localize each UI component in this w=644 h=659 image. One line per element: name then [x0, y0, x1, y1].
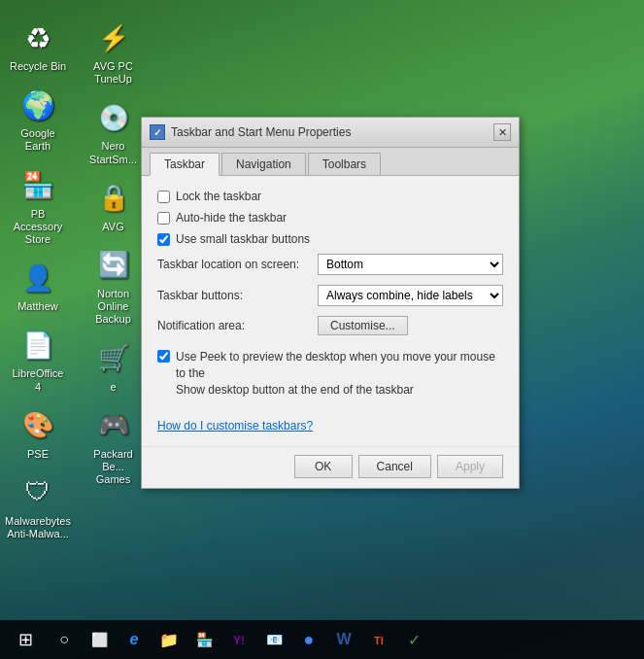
autohide-checkbox[interactable] [157, 212, 170, 225]
nero-label: Nero StartSm... [85, 140, 143, 165]
store-taskbar-button[interactable] [188, 624, 220, 655]
desktop-icon-avg[interactable]: AVG [81, 175, 147, 237]
norton-label: Norton Online Backup [85, 288, 143, 327]
word-button[interactable] [328, 624, 359, 655]
taskview-icon [91, 631, 108, 648]
desktop-icon-matthew[interactable]: Matthew [5, 255, 71, 317]
malware-icon [18, 473, 57, 512]
yahoo-button[interactable] [223, 624, 254, 655]
dialog-title-text: Taskbar and Start Menu Properties [171, 125, 351, 139]
folder-button[interactable] [153, 624, 185, 655]
pb-store-icon [18, 166, 57, 205]
libreoffice-icon [18, 326, 57, 364]
peek-section: Use Peek to preview the desktop when you… [157, 349, 503, 398]
outlook-button[interactable] [258, 624, 289, 655]
taskbar [0, 620, 644, 659]
desktop-icon-google-earth[interactable]: Google Earth [5, 82, 71, 156]
taskbar-properties-dialog: ✓ Taskbar and Start Menu Properties ✕ Ta… [141, 117, 520, 489]
customise-button[interactable]: Customise... [318, 316, 408, 335]
desktop-icon-avg-tuneup[interactable]: AVG PC TuneUp [81, 15, 147, 89]
check-button[interactable] [398, 624, 429, 655]
chrome-button[interactable] [293, 624, 324, 655]
location-select[interactable]: Bottom Top Left Right [318, 254, 503, 275]
dialog-close-button[interactable]: ✕ [493, 123, 511, 141]
yahoo-icon [233, 631, 245, 648]
small-buttons-label: Use small taskbar buttons [176, 232, 310, 246]
store-icon [196, 631, 213, 648]
ebay-label: e [110, 381, 116, 394]
ti-button[interactable] [363, 624, 394, 655]
google-earth-icon [18, 86, 57, 124]
libreoffice-label: LibreOffice 4 [9, 367, 67, 393]
apply-button[interactable]: Apply [437, 455, 503, 478]
small-buttons-checkbox[interactable] [157, 233, 170, 246]
dialog-bottom: How do I customise taskbars? [142, 411, 519, 446]
autohide-row: Auto-hide the taskbar [157, 211, 503, 225]
outlook-icon [266, 631, 283, 648]
windows-icon [18, 629, 33, 650]
start-button[interactable] [6, 624, 45, 655]
lock-taskbar-checkbox[interactable] [157, 191, 170, 203]
desktop-icon-norton[interactable]: Norton Online Backup [81, 242, 147, 330]
pse-label: PSE [27, 448, 49, 461]
dialog-button-row: OK Cancel Apply [142, 446, 519, 488]
desktop-icon-recycle-bin[interactable]: Recycle Bin [5, 15, 71, 77]
desktop-icon-ebay[interactable]: e [81, 335, 147, 398]
peek-text: Use Peek to preview the desktop when you… [176, 349, 503, 398]
help-link[interactable]: How do I customise taskbars? [157, 419, 313, 433]
tab-navigation[interactable]: Navigation [221, 153, 306, 175]
ie-icon [130, 631, 139, 648]
desktop: Recycle Bin Google Earth PB Accessory St… [0, 0, 644, 659]
taskbar-tab-content: Lock the taskbar Auto-hide the taskbar U… [142, 176, 519, 411]
malware-label: Malwarebytes Anti-Malwa... [5, 515, 71, 540]
dialog-title-icon: ✓ [150, 124, 165, 140]
ebay-icon [94, 339, 133, 378]
tab-taskbar[interactable]: Taskbar [150, 153, 220, 176]
cancel-button[interactable]: Cancel [358, 455, 431, 478]
recycle-bin-label: Recycle Bin [10, 60, 66, 73]
folder-icon [159, 631, 179, 649]
pse-icon [18, 406, 57, 445]
search-icon [59, 631, 69, 648]
packard-icon [94, 406, 133, 445]
desktop-icon-pb-store[interactable]: PB Accessory Store [5, 162, 71, 251]
search-button[interactable] [49, 624, 80, 655]
desktop-icon-pse[interactable]: PSE [5, 402, 71, 465]
chrome-icon [304, 630, 315, 650]
notification-row: Notification area: Customise... [157, 316, 503, 335]
check-icon [408, 631, 421, 649]
ie-button[interactable] [119, 624, 150, 655]
avg-label: AVG [102, 221, 123, 233]
avg-icon [94, 179, 133, 218]
word-icon [336, 631, 351, 648]
taskview-button[interactable] [84, 624, 115, 655]
lock-taskbar-row: Lock the taskbar [157, 190, 503, 203]
desktop-icon-libreoffice[interactable]: LibreOffice 4 [5, 322, 71, 397]
dialog-title-content: ✓ Taskbar and Start Menu Properties [150, 124, 351, 140]
avg-tuneup-icon [94, 18, 133, 57]
peek-checkbox[interactable] [157, 350, 170, 363]
ti-icon [374, 631, 384, 648]
desktop-icons: Recycle Bin Google Earth PB Accessory St… [0, 10, 155, 612]
small-buttons-row: Use small taskbar buttons [157, 232, 503, 246]
desktop-icon-packard[interactable]: Packard Be... Games [81, 402, 147, 491]
tab-toolbars[interactable]: Toolbars [308, 153, 381, 175]
buttons-label: Taskbar buttons: [157, 289, 318, 302]
location-row: Taskbar location on screen: Bottom Top L… [157, 254, 503, 275]
matthew-icon [18, 259, 57, 297]
tab-bar: Taskbar Navigation Toolbars [142, 148, 519, 176]
pb-store-label: PB Accessory Store [9, 208, 67, 247]
desktop-icon-nero[interactable]: Nero StartSm... [81, 94, 147, 169]
nero-icon [94, 98, 133, 137]
avg-tuneup-label: AVG PC TuneUp [85, 60, 143, 86]
notification-label: Notification area: [157, 319, 318, 332]
location-label: Taskbar location on screen: [157, 258, 318, 271]
desktop-icon-malware[interactable]: Malwarebytes Anti-Malwa... [5, 469, 71, 544]
dialog-title-bar: ✓ Taskbar and Start Menu Properties ✕ [142, 118, 519, 148]
recycle-bin-icon [18, 18, 57, 57]
lock-taskbar-label: Lock the taskbar [176, 190, 261, 203]
buttons-select[interactable]: Always combine, hide labels Combine when… [318, 285, 503, 306]
ok-button[interactable]: OK [294, 455, 353, 478]
google-earth-label: Google Earth [9, 127, 67, 153]
packard-label: Packard Be... Games [85, 448, 143, 487]
